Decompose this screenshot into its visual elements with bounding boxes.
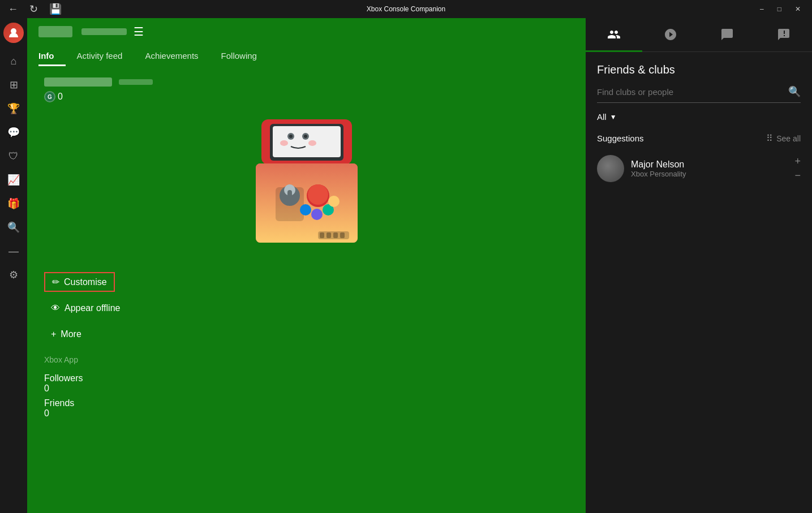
friends-block: Friends 0: [44, 398, 569, 419]
suggestion-info: Major Nelson Xbox Personality: [631, 159, 788, 178]
grid-icon[interactable]: ⊞: [2, 74, 25, 96]
gamerscore-icon: G: [44, 91, 55, 102]
search-magnifier-icon[interactable]: 🔍: [788, 85, 801, 98]
add-friend-button[interactable]: +: [794, 156, 801, 167]
profile-name-blurred: [81, 28, 127, 35]
svg-rect-25: [333, 232, 338, 238]
suggestion-avatar-image: [597, 155, 624, 182]
store-icon[interactable]: 🎁: [2, 192, 25, 215]
right-panel-content: Friends & clubs 🔍 All ▼ Suggestions ⠿ Se…: [586, 52, 812, 513]
suggestions-title: Suggestions: [597, 133, 644, 143]
app-title: Xbox Console Companion: [367, 5, 445, 13]
trending-icon[interactable]: 📈: [2, 169, 25, 191]
followers-value: 0: [44, 383, 569, 394]
arcade-machine-illustration: [244, 114, 369, 255]
appear-offline-label: Appear offline: [65, 303, 120, 313]
tab-activity-feed[interactable]: Activity feed: [77, 45, 134, 66]
minimize-button[interactable]: –: [753, 0, 771, 18]
right-tab-groups[interactable]: [642, 18, 699, 52]
more-button[interactable]: + More: [44, 325, 569, 344]
svg-rect-24: [326, 232, 331, 238]
followers-block: Followers 0: [44, 373, 569, 394]
svg-point-8: [280, 140, 288, 146]
filter-row: All ▼: [597, 112, 801, 122]
hamburger-icon[interactable]: ☰: [134, 25, 144, 38]
customise-button[interactable]: ✏ Customise: [44, 272, 115, 292]
search-input[interactable]: [597, 87, 788, 97]
titlebar: ← ↻ 💾 Xbox Console Companion – □ ✕: [0, 0, 812, 18]
svg-point-9: [308, 140, 316, 146]
svg-rect-11: [256, 163, 358, 243]
svg-point-21: [328, 196, 340, 207]
arcade-container: [44, 114, 569, 255]
friends-clubs-title: Friends & clubs: [597, 63, 801, 76]
chevron-down-icon[interactable]: ▼: [610, 113, 617, 121]
svg-rect-15: [287, 190, 292, 204]
profile-info-row: [44, 77, 569, 87]
profile-main: G 0: [27, 66, 586, 513]
svg-rect-23: [320, 232, 324, 238]
search-bar: 🔍: [597, 85, 801, 103]
xbox-app-label: Xbox App: [44, 355, 569, 364]
suggestion-name: Major Nelson: [631, 159, 788, 170]
trophy-icon[interactable]: 🏆: [2, 97, 25, 120]
app-body: ⌂ ⊞ 🏆 💬 🛡 📈 🎁 🔍 — ⚙ ☰ Info Activity feed…: [0, 18, 812, 513]
gamerscore-value: 0: [58, 92, 63, 102]
main-content: ☰ Info Activity feed Achievements Follow…: [27, 18, 586, 513]
tab-achievements[interactable]: Achievements: [145, 45, 209, 66]
gamerscore-row: G 0: [44, 91, 569, 102]
right-tab-chat[interactable]: [699, 18, 755, 52]
friends-label: Friends: [44, 398, 569, 408]
svg-point-17: [308, 184, 328, 205]
more-label: More: [61, 329, 81, 339]
right-panel-tabs: [586, 18, 812, 52]
suggestion-avatar: [597, 155, 624, 182]
customise-label: Customise: [64, 277, 107, 287]
right-tab-friends[interactable]: [586, 18, 642, 52]
followers-label: Followers: [44, 373, 569, 383]
right-tab-notifications[interactable]: [755, 18, 812, 52]
window-controls: – □ ✕: [753, 0, 807, 18]
search-icon[interactable]: 🔍: [2, 216, 25, 239]
suggestion-subtitle: Xbox Personality: [631, 170, 788, 178]
home-icon[interactable]: ⌂: [2, 50, 25, 72]
svg-rect-26: [340, 232, 345, 238]
separator-icon: —: [2, 240, 25, 262]
svg-point-5: [289, 135, 293, 138]
eye-icon: 👁: [51, 303, 60, 313]
shield-icon[interactable]: 🛡: [2, 145, 25, 167]
filter-label[interactable]: All: [597, 112, 607, 122]
grid-dots-icon: ⠿: [766, 133, 773, 144]
refresh-icon[interactable]: ↻: [26, 2, 41, 16]
suggestions-header: Suggestions ⠿ See all: [597, 133, 801, 144]
maximize-button[interactable]: □: [771, 0, 788, 18]
pencil-icon: ✏: [52, 277, 59, 287]
svg-point-19: [311, 209, 323, 220]
plus-icon: +: [51, 329, 56, 339]
see-all-row[interactable]: ⠿ See all: [766, 133, 801, 144]
friends-value: 0: [44, 408, 569, 419]
profile-top-bar: ☰: [38, 25, 574, 38]
suggestion-item: Major Nelson Xbox Personality + −: [597, 153, 801, 184]
svg-point-7: [304, 135, 307, 138]
messaging-icon[interactable]: 💬: [2, 121, 25, 144]
settings-icon[interactable]: ⚙: [2, 264, 25, 286]
profile-tag-block: [119, 79, 153, 85]
suggestion-actions: + −: [794, 156, 801, 182]
right-panel: Friends & clubs 🔍 All ▼ Suggestions ⠿ Se…: [586, 18, 812, 513]
profile-header: ☰ Info Activity feed Achievements Follow…: [27, 18, 586, 66]
save-icon[interactable]: 💾: [46, 2, 65, 16]
profile-avatar: [38, 26, 72, 37]
close-button[interactable]: ✕: [788, 0, 807, 18]
tab-info[interactable]: Info: [38, 45, 66, 66]
user-avatar[interactable]: [3, 23, 24, 43]
titlebar-controls: ← ↻ 💾: [5, 2, 65, 16]
remove-suggestion-button[interactable]: −: [794, 170, 801, 182]
profile-name-block: [44, 77, 112, 87]
tab-following[interactable]: Following: [221, 45, 268, 66]
back-icon[interactable]: ←: [5, 2, 22, 16]
svg-point-18: [300, 204, 311, 215]
appear-offline-button[interactable]: 👁 Appear offline: [44, 299, 569, 318]
sidebar: ⌂ ⊞ 🏆 💬 🛡 📈 🎁 🔍 — ⚙: [0, 18, 27, 513]
see-all-label: See all: [776, 134, 801, 143]
